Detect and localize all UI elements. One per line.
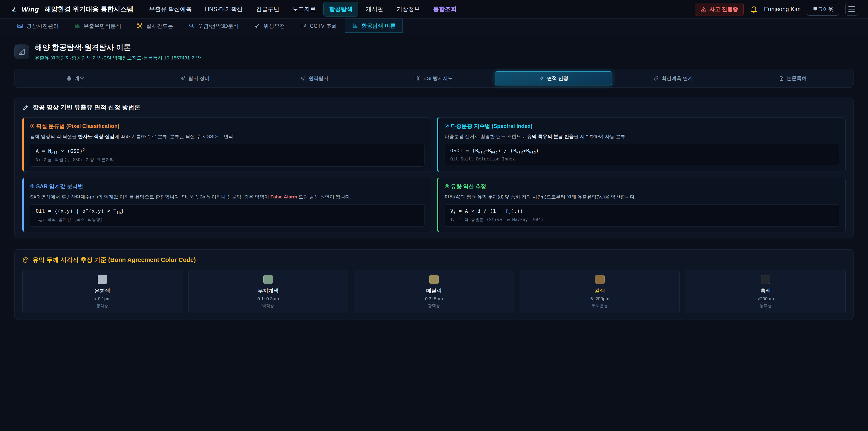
tab-remote-sensing[interactable]: 원격탐사 [256, 71, 373, 86]
color-swatch [429, 275, 439, 284]
tab-label: 확산예측 연계 [662, 75, 693, 82]
theory-ruler-icon [14, 44, 29, 59]
thickness-card-silver-gray: 은회색 < 0.1μm 광택층 [22, 270, 182, 313]
wing-logo-icon [10, 5, 19, 13]
user-name: Eunjeong Kim [764, 6, 801, 13]
thickness-layer: 광택층 [358, 303, 510, 308]
top-navbar: Wing 해양환경 위기대응 통합시스템 유출유 확산예측 HNS·대기확산 긴… [0, 0, 868, 19]
tab-diffusion-forecast-link[interactable]: 확산예측 연계 [614, 71, 732, 86]
methods-grid: ① 픽셀 분류법 (Pixel Classification) 광학 영상의 각… [22, 117, 846, 232]
body-text-segment: 에 따라 기름/해수로 분류. 분류된 픽셀 수 × GSD² = 면적. [114, 134, 235, 139]
body-emphasis: 반사도·색상·질감 [78, 134, 114, 139]
thickness-card-black: 흑색 >200μm 농축층 [686, 270, 846, 313]
satellite-icon [254, 23, 260, 29]
body-text-segment: 다중분광 센서로 촬영한 밴드 조합으로 [445, 134, 527, 139]
subnav-item-aerial-theory[interactable]: 항공탐색 이론 [345, 19, 403, 33]
body-text-segment: 을 지수화하여 자동 분류. [574, 134, 627, 139]
method-card-body: SAR 영상에서 후방산란계수(σ°)의 임계값 이하를 유막으로 판정합니다.… [30, 193, 425, 201]
method-card-pixel-classification: ① 픽셀 분류법 (Pixel Classification) 광학 영상의 각… [22, 117, 431, 172]
drone-icon [137, 23, 143, 29]
methods-heading-text: 항공 영상 기반 유출유 면적 산정 방법론 [33, 103, 141, 112]
subnav-item-oil-area-analysis[interactable]: 유출유면적분석 [67, 19, 128, 33]
formula-block: A = Noil × (GSD)2 N: 기름 픽셀수, GSD: 지상 표본거… [30, 144, 425, 167]
subnav-item-realtime-drone[interactable]: 실시간드론 [130, 19, 180, 33]
link-icon [653, 76, 659, 81]
subnav-label: 실시간드론 [146, 22, 173, 30]
formula-block: OSDI = (BNIR−BRed) / (BNIR+BRed) Oil Spi… [445, 144, 839, 165]
thickness-layer: 박막층 [193, 303, 344, 308]
page-subtitle: 유출유 원격탐지·항공감시 기법·ESI 방제정보지도·등록특허 10-1567… [35, 55, 201, 61]
logout-button[interactable]: 로그아웃 [807, 3, 839, 16]
nav-item-spill-forecast[interactable]: 유출유 확산예측 [143, 2, 197, 17]
thickness-panel: 유막 두께 시각적 추정 기준 (Bonn Agreement Color Co… [14, 249, 854, 320]
method-card-title: ④ 유량 역산 추정 [445, 183, 839, 190]
theory-chart-icon [352, 23, 358, 29]
thickness-layer: 두꺼운층 [524, 303, 676, 308]
tab-area-calculation[interactable]: 면적 산정 [495, 71, 612, 86]
theory-tabbar: 개요 탐지 장비 원격탐사 ESI 방제지도 면적 산정 확산예측 연계 [14, 69, 854, 88]
method-card-title: ③ SAR 임계값 분리법 [30, 183, 425, 190]
nav-item-reports[interactable]: 보고자료 [287, 2, 322, 17]
tab-overview[interactable]: 개요 [17, 71, 134, 86]
palette-icon [22, 257, 29, 263]
tab-label: 논문특허 [787, 75, 807, 82]
tab-label: 면적 산정 [547, 75, 568, 82]
color-swatch [595, 275, 604, 284]
thickness-layer: 광택층 [27, 303, 178, 308]
method-card-body: 광학 영상의 각 픽셀을 반사도·색상·질감에 따라 기름/해수로 분류. 분류… [30, 133, 425, 140]
menu-hamburger-icon[interactable] [845, 3, 858, 16]
subnav-label: 항공탐색 이론 [362, 22, 396, 29]
tab-label: ESI 방제지도 [423, 75, 453, 82]
color-swatch [98, 275, 107, 284]
formula: OSDI = (BNIR−BRed) / (BNIR+BRed) [450, 148, 833, 154]
formula-block: Oil = {(x,y) | σ°(x,y) < Tth} Tth: 최적 임계… [30, 204, 425, 227]
notification-bell-icon[interactable] [750, 5, 758, 13]
globe-icon [66, 76, 72, 81]
area-methods-panel: 항공 영상 기반 유출유 면적 산정 방법론 ① 픽셀 분류법 (Pixel C… [14, 97, 854, 239]
formula-note: Oil Spill Detection Index [450, 156, 833, 161]
page-title: 해양 항공탐색·원격탐사 이론 [35, 42, 201, 53]
formula-note: fe: 누적 증발분 (Stiver & Mackay 1984) [450, 217, 833, 223]
subnav-label: 유출유면적분석 [84, 22, 121, 30]
logo-text: Wing [22, 5, 39, 13]
tab-detection-equipment[interactable]: 탐지 장비 [136, 71, 254, 86]
method-card-body: 다중분광 센서로 촬영한 밴드 조합으로 유막 특유의 분광 반응을 지수화하여… [445, 133, 839, 140]
app-title: 해양환경 위기대응 통합시스템 [44, 5, 133, 14]
nav-item-integrated-search[interactable]: 통합조회 [428, 2, 462, 17]
tab-label: 개요 [74, 75, 84, 82]
subnav-item-satellite-request[interactable]: 위성요청 [247, 19, 292, 33]
subnav-item-pollution-3d-analysis[interactable]: 오염/선박3D분석 [182, 19, 246, 33]
subnav-label: 위성요청 [264, 22, 285, 30]
subnav-item-cctv-view[interactable]: CCTV 조회 [293, 19, 344, 33]
methods-heading: 항공 영상 기반 유출유 면적 산정 방법론 [22, 103, 846, 112]
thickness-name: 메탈릭 [358, 287, 510, 294]
method-card-sar-threshold: ③ SAR 임계값 분리법 SAR 영상에서 후방산란계수(σ°)의 임계값 이… [22, 178, 431, 232]
nav-item-aerial-search[interactable]: 항공탐색 [323, 2, 358, 17]
nav-item-emergency-rescue[interactable]: 긴급구난 [250, 2, 285, 17]
incident-status-badge[interactable]: 사고 진행중 [695, 3, 744, 16]
nav-item-hns-diffusion[interactable]: HNS·대기확산 [199, 2, 248, 17]
thickness-card-metallic: 메탈릭 0.3~5μm 광택층 [354, 270, 514, 313]
body-emphasis: False Alarm [270, 194, 297, 199]
subnav-label: 영상사진관리 [26, 22, 59, 30]
tab-papers-patents[interactable]: 논문특허 [734, 71, 851, 86]
thickness-range: >200μm [690, 296, 841, 302]
method-card-spectral-index: ② 다중분광 지수법 (Spectral Index) 다중분광 센서로 촬영한… [437, 117, 846, 172]
app-root: Wing 해양환경 위기대응 통합시스템 유출유 확산예측 HNS·대기확산 긴… [0, 0, 868, 320]
tab-esi-map[interactable]: ESI 방제지도 [375, 71, 493, 86]
page-header: 해양 항공탐색·원격탐사 이론 유출유 원격탐지·항공감시 기법·ESI 방제정… [14, 42, 854, 61]
thickness-heading: 유막 두께 시각적 추정 기준 (Bonn Agreement Color Co… [22, 256, 846, 264]
brand[interactable]: Wing 해양환경 위기대응 통합시스템 [10, 5, 133, 14]
body-text-segment: 오탐 발생 원인이 됩니다. [297, 194, 351, 199]
subnav-label: 오염/선박3D분석 [198, 22, 239, 30]
nav-item-weather-info[interactable]: 기상정보 [391, 2, 426, 17]
formula-note: N: 기름 픽셀수, GSD: 지상 표본거리 [36, 157, 419, 163]
thickness-layer: 농축층 [690, 303, 841, 308]
subnav-item-image-management[interactable]: 영상사진관리 [10, 19, 66, 33]
main-content: 해양 항공탐색·원격탐사 이론 유출유 원격탐지·항공감시 기법·ESI 방제정… [0, 33, 868, 320]
warning-icon [701, 6, 707, 12]
tab-label: 원격탐사 [309, 75, 329, 82]
nav-item-board[interactable]: 게시판 [360, 2, 389, 17]
color-swatch [761, 275, 770, 284]
thickness-range: 0.1~0.3μm [193, 296, 344, 302]
